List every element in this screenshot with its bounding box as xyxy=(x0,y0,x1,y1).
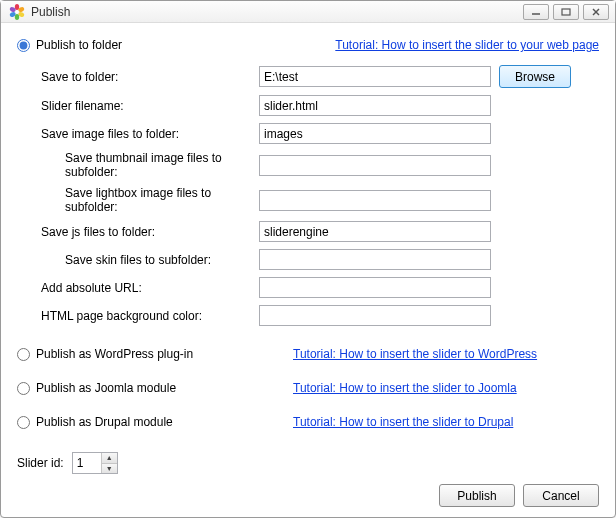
slider-id-input[interactable] xyxy=(73,453,101,473)
publish-folder-label: Publish to folder xyxy=(36,38,122,52)
dialog-body: Publish to folder Tutorial: How to inser… xyxy=(1,23,615,517)
thumb-subfolder-input[interactable] xyxy=(259,155,491,176)
js-folder-label: Save js files to folder: xyxy=(41,225,251,239)
skin-subfolder-input[interactable] xyxy=(259,249,491,270)
image-folder-label: Save image files to folder: xyxy=(41,127,251,141)
tutorial-folder-link[interactable]: Tutorial: How to insert the slider to yo… xyxy=(335,38,599,52)
svg-point-3 xyxy=(15,14,19,20)
window-title: Publish xyxy=(31,5,523,19)
skin-subfolder-label: Save skin files to subfolder: xyxy=(41,253,251,267)
svg-point-0 xyxy=(15,4,19,10)
svg-point-6 xyxy=(16,10,19,13)
publish-wordpress-radio[interactable] xyxy=(17,348,30,361)
publish-joomla-label: Publish as Joomla module xyxy=(36,381,176,395)
window-controls xyxy=(523,4,609,20)
browse-button[interactable]: Browse xyxy=(499,65,571,88)
lightbox-subfolder-label: Save lightbox image files to subfolder: xyxy=(41,186,251,214)
maximize-button[interactable] xyxy=(553,4,579,20)
save-to-folder-input[interactable] xyxy=(259,66,491,87)
close-button[interactable] xyxy=(583,4,609,20)
other-targets: Publish as WordPress plug-in Tutorial: H… xyxy=(17,344,599,436)
tutorial-drupal-link[interactable]: Tutorial: How to insert the slider to Dr… xyxy=(293,415,513,429)
publish-drupal-label: Publish as Drupal module xyxy=(36,415,173,429)
app-logo-icon xyxy=(9,4,25,20)
publish-button[interactable]: Publish xyxy=(439,484,515,507)
slider-filename-label: Slider filename: xyxy=(41,99,251,113)
publish-wordpress-label: Publish as WordPress plug-in xyxy=(36,347,193,361)
absolute-url-label: Add absolute URL: xyxy=(41,281,251,295)
publish-drupal-radio[interactable] xyxy=(17,416,30,429)
slider-id-stepper[interactable]: ▲ ▼ xyxy=(72,452,118,474)
tutorial-joomla-link[interactable]: Tutorial: How to insert the slider to Jo… xyxy=(293,381,517,395)
js-folder-input[interactable] xyxy=(259,221,491,242)
thumb-subfolder-label: Save thumbnail image files to subfolder: xyxy=(41,151,251,179)
titlebar: Publish xyxy=(1,1,615,23)
dialog-footer: Publish Cancel xyxy=(17,474,599,507)
save-to-folder-label: Save to folder: xyxy=(41,70,251,84)
cancel-button[interactable]: Cancel xyxy=(523,484,599,507)
lightbox-subfolder-input[interactable] xyxy=(259,190,491,211)
tutorial-wordpress-link[interactable]: Tutorial: How to insert the slider to Wo… xyxy=(293,347,537,361)
bg-color-input[interactable] xyxy=(259,305,491,326)
slider-filename-input[interactable] xyxy=(259,95,491,116)
svg-rect-8 xyxy=(562,9,570,15)
publish-joomla-radio[interactable] xyxy=(17,382,30,395)
publish-dialog: Publish Publish to folder Tutorial: How … xyxy=(0,0,616,518)
stepper-down-icon[interactable]: ▼ xyxy=(102,464,117,474)
folder-settings-panel: Save to folder: Browse Slider filename: … xyxy=(41,65,599,326)
bg-color-label: HTML page background color: xyxy=(41,309,251,323)
slider-id-label: Slider id: xyxy=(17,456,64,470)
image-folder-input[interactable] xyxy=(259,123,491,144)
publish-folder-radio[interactable] xyxy=(17,39,30,52)
absolute-url-input[interactable] xyxy=(259,277,491,298)
minimize-button[interactable] xyxy=(523,4,549,20)
stepper-up-icon[interactable]: ▲ xyxy=(102,453,117,464)
